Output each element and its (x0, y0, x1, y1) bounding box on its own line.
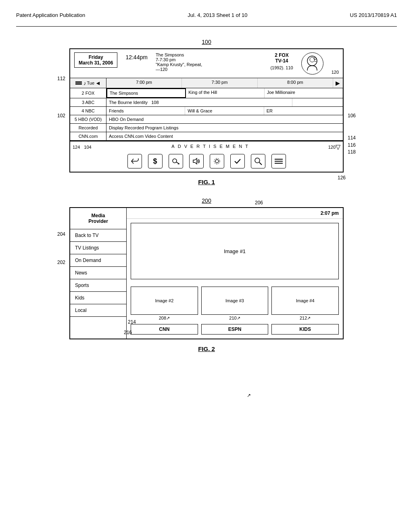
avatar (301, 52, 323, 75)
ref-104: 104 (84, 145, 91, 150)
thumb-image2[interactable]: Image #2 (131, 287, 198, 315)
ref-106: 106 (348, 113, 356, 118)
ch-recorded[interactable]: Recorded (70, 124, 106, 132)
sidebar-sports[interactable]: Sports (70, 279, 126, 292)
dollar-icon-btn[interactable]: $ (148, 154, 163, 168)
ch-cnncom[interactable]: CNN.com (70, 132, 106, 140)
kids-channel-label: KIDS (299, 326, 311, 332)
thumb-refs: 208↗ 210↗ 212↗ (127, 315, 343, 322)
fig1-label: FIG. 1 (198, 179, 215, 185)
hbo-right-ref (333, 115, 343, 123)
bottom-nav: 124 104 A D V E R T I S E M (70, 141, 343, 172)
channel-cnn[interactable]: CNN (131, 324, 198, 335)
prog-koth[interactable]: King of the Hill (186, 88, 264, 98)
timeslot-700: 7:00 pm (106, 78, 182, 88)
thumbnail-row: Image #2 Image #3 Image #4 (127, 283, 343, 315)
sidebar-on-demand[interactable]: On Demand (70, 254, 126, 267)
settings-icon-btn[interactable] (210, 154, 224, 168)
fig1-area: 100 112 102 106 114 116 118 Friday March… (16, 39, 397, 185)
patent-date-sheet: Jul. 4, 2013 Sheet 1 of 10 (188, 12, 247, 18)
channel-row: CNN ESPN KIDS (127, 322, 343, 339)
cnn-label: CNN (159, 326, 169, 332)
channel-kids[interactable]: KIDS (271, 324, 339, 335)
forward-arrow[interactable]: ▶ (333, 78, 343, 88)
day-nav[interactable]: Tue (87, 81, 95, 85)
prog-simpsons[interactable]: The Simpsons (106, 88, 186, 98)
year-ref: (1992). 110 (270, 65, 293, 70)
on-demand-label: On Demand (75, 258, 101, 263)
sidebar-back-to-tv[interactable]: Back to TV (70, 229, 126, 242)
back-to-tv-label: Back to TV (75, 233, 98, 238)
sidebar-news[interactable]: News (70, 267, 126, 279)
main-image[interactable]: Image #1 (131, 223, 339, 279)
fig2-wrapper: 204 202 206 214 216 MediaProvider Back t… (69, 207, 344, 339)
patent-pub-label: Patent Application Publication (16, 12, 85, 18)
search-icon-btn[interactable] (251, 154, 265, 168)
fig2-label: FIG. 2 (198, 345, 215, 352)
fig2-header: ↗ 2:07 pm (127, 208, 343, 219)
sound-icon-btn[interactable] (189, 154, 204, 168)
sidebar-media-provider[interactable]: MediaProvider (70, 208, 126, 229)
ch-hbo[interactable]: 5 HBO (VOD) (70, 115, 106, 123)
fig2-main-content: ↗ 2:07 pm Image #1 Image #2 Image #3 Ima… (127, 208, 343, 339)
back-icon-btn[interactable] (127, 154, 142, 168)
ref-120-corner: 120 (332, 70, 339, 75)
show-title: The Simpsons (156, 52, 263, 57)
channel-badge: 2 FOX TV-14 (275, 52, 289, 64)
ch-4nbc[interactable]: 4 NBC (70, 107, 106, 115)
ref-208: 208↗ (131, 316, 198, 321)
channel-row-3abc: 3 ABC The Bourne Identity 108 (70, 98, 343, 107)
ch-2fox[interactable]: 2 FOX (70, 88, 106, 98)
channel-espn[interactable]: ESPN (201, 324, 269, 335)
prog-cnncom[interactable]: Access CNN.com Video Content (106, 132, 343, 140)
sidebar-kids[interactable]: Kids (70, 292, 126, 304)
menu-icon-btn[interactable] (271, 154, 286, 168)
channel-row-2fox: 2 FOX The Simpsons King of the Hill Joe … (70, 88, 343, 98)
fig1-device: Friday March 31, 2006 12:44pm The Simpso… (69, 48, 344, 172)
dropdown-arrow[interactable]: ▽ (336, 143, 340, 151)
svg-point-8 (214, 158, 220, 164)
check-icon-btn[interactable] (230, 154, 245, 168)
media-provider-label: MediaProvider (88, 213, 108, 224)
ref-124: 124 (73, 145, 80, 150)
svg-point-9 (255, 158, 260, 163)
patent-header: Patent Application Publication Jul. 4, 2… (16, 8, 397, 27)
ref-202: 202 (57, 260, 65, 265)
prog-friends[interactable]: Friends (106, 107, 185, 115)
prog-joem[interactable]: Joe Millionaire (265, 88, 343, 98)
sports-label: Sports (75, 283, 89, 288)
patent-number: US 2013/170819 A1 (350, 12, 397, 18)
svg-point-7 (215, 160, 219, 163)
ch-3abc[interactable]: 3 ABC (70, 98, 106, 106)
timeslot-800: 8:00 pm (258, 78, 333, 88)
ref-216: 216 (124, 330, 132, 335)
fig2-time: 2:07 pm (321, 210, 339, 216)
top-info-bar: Friday March 31, 2006 12:44pm The Simpso… (70, 49, 343, 78)
fig1-ref100: 100 (202, 39, 211, 45)
sidebar-tv-listings[interactable]: TV Listings (70, 242, 126, 254)
time-display: 12:44pm (125, 52, 147, 60)
back-arrow[interactable]: ◄ (95, 80, 101, 86)
prog-hbo[interactable]: HBO On Demand (106, 115, 333, 123)
prog-wg[interactable]: Will & Grace (185, 107, 264, 115)
channel-row-4nbc: 4 NBC Friends Will & Grace ER (70, 107, 343, 115)
key-icon-btn[interactable] (169, 154, 183, 168)
svg-marker-6 (193, 158, 197, 164)
fig2-sidebar: MediaProvider Back to TV TV Listings On … (70, 208, 127, 339)
nav-channel-col: ♪ Tue ◄ (70, 78, 106, 88)
thumb-image3[interactable]: Image #3 (201, 287, 269, 315)
sidebar-local[interactable]: Local (70, 304, 126, 317)
thumb-image4[interactable]: Image #4 (271, 287, 339, 315)
ref-102: 102 (57, 113, 65, 118)
thumb4-label: Image #4 (296, 298, 315, 303)
prog-bourne[interactable]: The Bourne Identity 108 (106, 98, 292, 106)
alphabet-row: A D V E R T I S E M E N T (92, 144, 328, 149)
prog-er[interactable]: ER (264, 107, 343, 115)
prog-recorded[interactable]: Display Recorded Program Listings (106, 124, 343, 132)
fig2-ref200: 200 (202, 197, 211, 204)
date-label: March 31, 2006 (79, 60, 113, 66)
espn-label: ESPN (228, 326, 242, 332)
ref-126: 126 (338, 175, 346, 181)
kids-label: Kids (75, 295, 84, 301)
ref-112: 112 (57, 76, 65, 81)
